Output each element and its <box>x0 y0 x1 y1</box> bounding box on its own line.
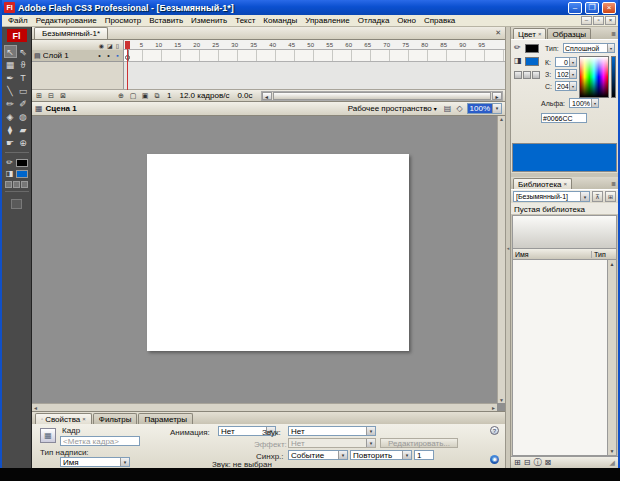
hex-input[interactable]: #0066CC <box>541 113 587 123</box>
default-colors-icon[interactable] <box>5 181 12 188</box>
snap-option-button[interactable] <box>11 199 22 209</box>
stroke-pencil-icon[interactable]: ✏ <box>514 43 521 52</box>
brightness-slider[interactable] <box>611 56 616 98</box>
close-tab-icon[interactable]: ✕ <box>495 29 501 37</box>
edit-sound-button[interactable]: Редактировать... <box>380 438 458 448</box>
zoom-dropdown-icon[interactable]: ▾ <box>492 104 501 113</box>
tab-parameters[interactable]: Параметры <box>138 413 193 424</box>
zoom-combo[interactable]: 100% ▾ <box>467 103 502 114</box>
tab-swatches[interactable]: Образцы <box>547 28 591 39</box>
stage-vertical-scrollbar[interactable]: ▲ ▼ <box>497 116 505 403</box>
layer-name[interactable]: Слой 1 <box>43 51 94 60</box>
stroke-color-swatch[interactable] <box>16 159 28 167</box>
close-icon[interactable]: × <box>564 181 568 187</box>
help-icon[interactable]: ? <box>490 426 499 435</box>
mdi-close-icon[interactable]: × <box>605 16 616 25</box>
new-layer-icon[interactable]: ⊞ <box>34 92 44 100</box>
edit-scene-icon[interactable]: ▤ <box>443 104 453 113</box>
zoom-tool-icon[interactable]: ⊕ <box>17 136 30 149</box>
delete-item-icon[interactable]: ⊠ <box>544 458 551 467</box>
eyedropper-tool-icon[interactable]: ⧫ <box>4 123 17 136</box>
panel-menu-icon[interactable]: ≣ <box>611 180 616 187</box>
chevron-down-icon[interactable]: ▾ <box>402 451 411 459</box>
center-frame-icon[interactable]: ⊕ <box>116 92 126 100</box>
menu-item[interactable]: Справка <box>420 16 459 25</box>
menu-item[interactable]: Управление <box>301 16 353 25</box>
scroll-right-icon[interactable]: ► <box>492 92 502 100</box>
pasteboard[interactable]: ▲ ▼ ◄ ► <box>32 116 505 411</box>
menu-item[interactable]: Файл <box>4 16 32 25</box>
hand-tool-icon[interactable]: ☛ <box>4 136 17 149</box>
resize-grip-icon[interactable]: ◢ <box>610 459 615 467</box>
scroll-up-icon[interactable]: ▲ <box>610 261 615 267</box>
menu-item[interactable]: Команды <box>259 16 301 25</box>
repeat-count-input[interactable]: 1 <box>414 450 434 460</box>
stage-horizontal-scrollbar[interactable]: ◄ ► <box>32 403 497 411</box>
layer-row[interactable]: ▤ Слой 1 • • ▪ <box>32 50 505 62</box>
sound-select[interactable]: Нет ▾ <box>288 426 376 436</box>
library-item-list[interactable] <box>513 260 607 455</box>
close-icon[interactable]: × <box>602 2 616 14</box>
eye-icon[interactable]: ◉ <box>99 42 104 49</box>
menu-item[interactable]: Вставить <box>145 16 187 25</box>
panel-menu-icon[interactable]: ≣ <box>611 30 616 37</box>
zoom-value[interactable]: 100% <box>468 104 492 113</box>
menu-item[interactable]: Редактирование <box>32 16 101 25</box>
pencil-tool-icon[interactable]: ✏ <box>4 97 17 110</box>
lasso-tool-icon[interactable]: ϑ <box>17 58 30 71</box>
color-picker-gradient[interactable] <box>579 56 609 98</box>
chevron-down-icon[interactable]: ▾ <box>338 451 347 459</box>
default-colors-icon[interactable] <box>514 71 522 79</box>
playhead[interactable] <box>125 41 130 49</box>
menu-item[interactable]: Изменить <box>187 16 231 25</box>
frame-label-input[interactable]: <Метка кадра> <box>60 436 140 446</box>
current-color-preview[interactable] <box>512 143 617 172</box>
onion-skin-outlines-icon[interactable]: ▣ <box>140 92 150 100</box>
expand-info-icon[interactable]: ◉ <box>490 455 499 464</box>
minimize-icon[interactable]: – <box>568 2 582 14</box>
no-color-icon[interactable] <box>13 181 20 188</box>
menu-item[interactable]: Отладка <box>354 16 394 25</box>
mdi-restore-icon[interactable]: ▫ <box>593 16 604 25</box>
stroke-color-control[interactable]: ✏ <box>5 158 28 167</box>
effect-select[interactable]: Нет ▾ <box>288 438 376 448</box>
fill-bucket-icon[interactable]: ◨ <box>514 56 522 65</box>
maximize-icon[interactable]: ❐ <box>585 2 599 14</box>
green-channel-input[interactable]: 102 ▾ <box>555 69 577 79</box>
selection-tool-icon[interactable]: ↖ <box>4 45 17 58</box>
onion-skin-icon[interactable]: ▢ <box>128 92 138 100</box>
ink-bottle-tool-icon[interactable]: ◈ <box>4 110 17 123</box>
line-tool-icon[interactable]: ╲ <box>4 84 17 97</box>
scroll-right-icon[interactable]: ► <box>491 405 496 411</box>
new-folder-icon[interactable]: ⊟ <box>524 458 531 467</box>
layer-outline-square[interactable]: ▪ <box>114 52 121 59</box>
paint-bucket-tool-icon[interactable]: ◍ <box>17 110 30 123</box>
stage-canvas[interactable] <box>147 154 409 351</box>
eraser-tool-icon[interactable]: ▰ <box>17 123 30 136</box>
timeline-ruler[interactable]: 5101520253035404550556065707580859095 <box>124 40 505 50</box>
repeat-select[interactable]: Повторить ▾ <box>350 450 412 460</box>
tab-filters[interactable]: Фильтры <box>93 413 138 424</box>
scroll-down-icon[interactable]: ▼ <box>610 448 615 454</box>
layer-frames-track[interactable] <box>124 50 505 62</box>
free-transform-tool-icon[interactable]: ▦ <box>4 58 17 71</box>
layer-name-cell[interactable]: ▤ Слой 1 • • ▪ <box>32 50 124 62</box>
menu-item[interactable]: Текст <box>231 16 259 25</box>
tab-color[interactable]: Цвет × <box>513 28 546 39</box>
scroll-left-icon[interactable]: ◄ <box>33 405 38 411</box>
column-name[interactable]: Имя <box>513 251 592 258</box>
chevron-down-icon[interactable]: ▾ <box>607 44 614 52</box>
scroll-down-icon[interactable]: ▼ <box>499 397 504 403</box>
red-channel-input[interactable]: 0 ▾ <box>555 57 577 67</box>
layer-lock-dot[interactable]: • <box>105 52 112 59</box>
swap-colors-icon[interactable] <box>532 71 540 79</box>
scroll-left-icon[interactable]: ◄ <box>262 92 272 100</box>
rectangle-tool-icon[interactable]: ▭ <box>17 84 30 97</box>
chevron-down-icon[interactable]: ▾ <box>569 82 576 90</box>
layer-visibility-dot[interactable]: • <box>96 52 103 59</box>
fill-color-swatch[interactable] <box>16 170 28 178</box>
new-symbol-icon[interactable]: ⊞ <box>514 458 521 467</box>
fill-type-select[interactable]: Сплошной ▾ <box>563 43 615 53</box>
library-document-select[interactable]: [Безымянный-1] ▾ <box>513 191 590 202</box>
scroll-up-icon[interactable]: ▲ <box>499 116 504 122</box>
